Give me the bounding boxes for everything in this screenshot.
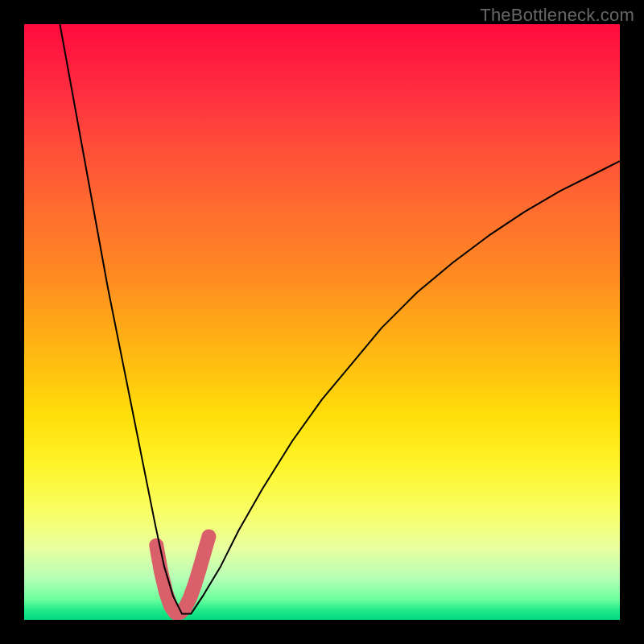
plot-area [24,24,620,620]
valley-marker [156,536,208,613]
watermark-text: TheBottleneck.com [480,5,634,26]
bottleneck-curve [60,24,620,614]
chart-frame: TheBottleneck.com [0,0,644,644]
chart-svg [24,24,620,620]
